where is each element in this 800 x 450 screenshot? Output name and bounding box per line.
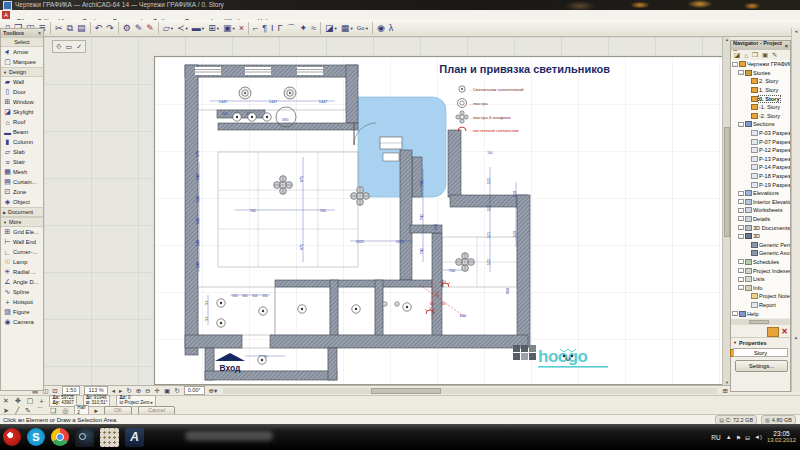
nav-item-help[interactable]: +Help <box>731 309 790 318</box>
slope-tool-icon[interactable]: ≺▾ <box>175 21 190 35</box>
toolbox-close-icon[interactable]: × <box>38 30 41 36</box>
map-home-icon[interactable]: ⌂ <box>742 52 750 59</box>
dimension-label[interactable]: 520 <box>513 231 517 237</box>
nav-item-р-07-разрез-ав-[interactable]: Р-07 Разрез (Ав... <box>731 137 790 146</box>
dimension-label[interactable]: 520 <box>513 191 517 197</box>
window-opening[interactable] <box>297 67 323 75</box>
navigator-close-icon[interactable]: × <box>785 43 788 49</box>
close-tool-icon[interactable]: × <box>237 21 246 35</box>
dimension-label[interactable]: 548 <box>196 240 200 246</box>
wall[interactable] <box>185 65 198 355</box>
tool-angle-dimension[interactable]: ∠Angle D... <box>1 277 43 287</box>
dimension-label[interactable]: 522 <box>487 178 491 184</box>
orientation-field[interactable]: 0.00° <box>184 386 205 395</box>
nav-item-info[interactable]: −Info <box>731 283 790 292</box>
dimension-label[interactable]: 548 <box>196 196 200 202</box>
dimension-label[interactable]: 605 <box>232 294 237 298</box>
dimension-label[interactable]: 600 <box>460 314 466 318</box>
tool-roof[interactable]: ⌂Roof <box>1 117 43 127</box>
wall[interactable] <box>432 233 442 338</box>
antivirus-app-icon[interactable] <box>3 428 21 446</box>
settings-icon[interactable]: ⚙ <box>121 21 133 35</box>
tree-expander-icon[interactable]: − <box>738 70 744 75</box>
arrow-tool-icon[interactable]: ▱▾ <box>161 21 175 35</box>
refresh-icon[interactable]: ↻ <box>124 387 133 395</box>
plus-icon[interactable]: + <box>36 398 46 405</box>
tree-expander-icon[interactable]: + <box>738 216 744 221</box>
zoom-menu-icon[interactable]: ⊕▾ <box>207 387 220 395</box>
nav-item-project-indexes[interactable]: +Project Indexes <box>731 266 790 275</box>
nav-item-р-14-разрез-зн-[interactable]: Р-14 Разрез (Зн... <box>731 163 790 172</box>
canvas-vertical-scrollbar[interactable]: ▲ ▼ <box>722 37 730 385</box>
nav-item-р-12-разрез-зн-[interactable]: Р-12 Разрез (Зн... <box>731 146 790 155</box>
tree-expander-icon[interactable]: + <box>738 277 744 282</box>
dimension-label[interactable]: 975 <box>300 176 304 182</box>
nav-item-3d[interactable]: −3D <box>731 232 790 241</box>
nav-item-interior-elevations[interactable]: +Interior Elevations <box>731 198 790 207</box>
tracker-close-icon[interactable]: ✕ <box>0 397 12 405</box>
dimension-label[interactable]: 1447 <box>269 100 277 104</box>
zoom-out-icon[interactable]: ⊖ <box>143 387 152 395</box>
dimension-label[interactable]: 500 <box>434 224 438 230</box>
window-opening[interactable] <box>195 67 221 75</box>
chrome-app-icon[interactable] <box>51 428 69 446</box>
kitchen-fixture[interactable] <box>383 153 399 161</box>
disk-c-gadget[interactable]: ▤C: 72.2 GB <box>715 415 757 425</box>
hscroll-thumb[interactable] <box>371 388 441 394</box>
marker-icon[interactable]: ⌐ <box>251 21 260 35</box>
grid-tool-icon[interactable]: ⊞▾ <box>206 21 221 35</box>
flag-icon[interactable]: ⚑ <box>736 434 741 441</box>
canvas-horizontal-scrollbar[interactable] <box>223 388 716 394</box>
tool-door[interactable]: ▯Door <box>1 87 43 97</box>
nav-item-р-18-разрез-зн-[interactable]: Р-18 Разрез (Зн... <box>731 172 790 181</box>
dimension-label[interactable]: 742 <box>420 214 424 220</box>
project-chooser-icon[interactable]: ◪ <box>732 51 742 59</box>
toolbox-section-design[interactable]: ▼Design <box>1 67 43 77</box>
dimension-label[interactable]: 522 <box>487 259 491 265</box>
nav-item-3d-documents[interactable]: +3D Documents <box>731 223 790 232</box>
dimension-label[interactable]: 762 <box>250 209 256 213</box>
walk-icon[interactable]: λ <box>387 21 396 35</box>
view-icon[interactable]: ◪▾ <box>323 21 339 35</box>
wall[interactable] <box>185 335 242 348</box>
tool-slab[interactable]: ▱Slab <box>1 147 43 157</box>
corner-resize-icon[interactable]: ⊞ <box>721 387 730 395</box>
tool-stair[interactable]: ≡Stair <box>1 157 43 167</box>
nav-item-stories[interactable]: −Stories <box>731 69 790 78</box>
wall[interactable] <box>330 280 338 338</box>
nav-item-report[interactable]: Report <box>731 301 790 310</box>
layer-tool-icon[interactable]: ▣▾ <box>221 21 237 35</box>
nav-item-0-story[interactable]: 0. Story <box>731 94 790 103</box>
dimension-label[interactable]: 605 <box>242 294 247 298</box>
dock-strip[interactable]: ◂▴ <box>791 28 800 392</box>
publisher-icon[interactable]: ✎ <box>770 51 779 59</box>
favorite-icon[interactable]: ✦ <box>298 21 310 35</box>
dimension-label[interactable]: 605 <box>252 294 257 298</box>
corner-icon[interactable]: Γ <box>276 21 285 35</box>
nav-item-lists[interactable]: +Lists <box>731 275 790 284</box>
pan-mini-icon[interactable]: ⟐ <box>54 43 64 51</box>
delete-icon[interactable]: ✕ <box>781 327 788 336</box>
tool-window[interactable]: ⊞Window <box>1 97 43 107</box>
dimension-label[interactable]: 1025 <box>356 240 364 244</box>
zoom-field[interactable]: 113 % <box>84 386 107 395</box>
nav-item--2-story[interactable]: -2. Story <box>731 112 790 121</box>
render-icon[interactable]: ◉ <box>375 21 387 35</box>
dimension-label[interactable]: 890 <box>436 291 440 296</box>
go-dropdown[interactable]: Go▾ <box>355 21 370 35</box>
tool-wall[interactable]: ▰Wall <box>1 77 43 87</box>
nav-item-schedules[interactable]: +Schedules <box>731 258 790 267</box>
tool-spline[interactable]: ∿Spline <box>1 287 43 297</box>
floor-plan[interactable]: 1447144714476056056055755485485485485489… <box>155 57 722 384</box>
dimension-label[interactable]: 1025 <box>396 240 404 244</box>
clock[interactable]: 23:05 13.02.2012 <box>767 430 796 444</box>
undo-icon[interactable]: ↶ <box>93 21 105 35</box>
tool-figure[interactable]: ▨Figure <box>1 307 43 317</box>
wall[interactable] <box>412 157 422 197</box>
model-view-icon[interactable]: ⊡ <box>50 387 59 395</box>
dimension-label[interactable]: 742 <box>420 180 424 186</box>
dimension-label[interactable]: 575 <box>196 151 200 157</box>
pen-red-icon[interactable]: ✎ <box>144 21 156 35</box>
tool-arrow[interactable]: ➤Arrow <box>1 47 43 57</box>
network-icon[interactable]: ⊟ <box>745 434 750 441</box>
